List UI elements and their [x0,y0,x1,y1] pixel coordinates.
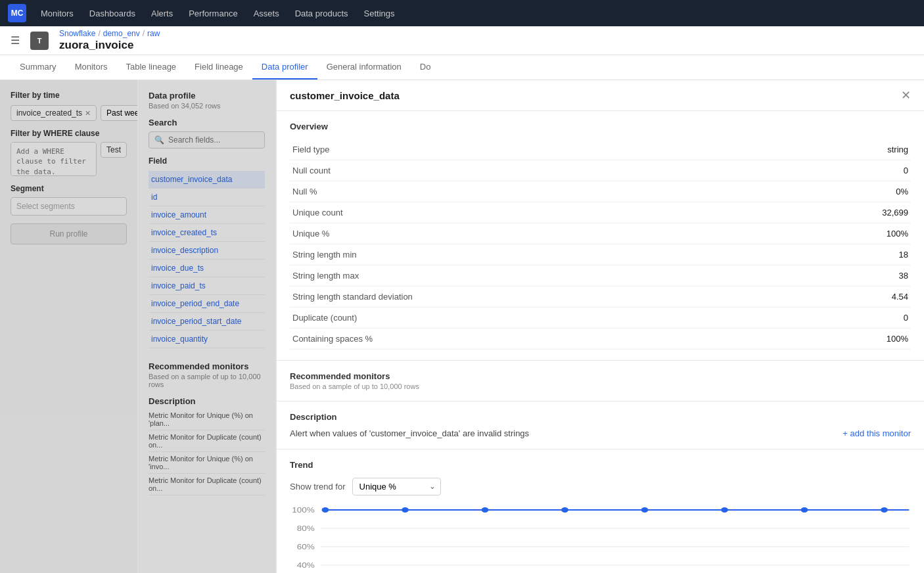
detail-header: customer_invoice_data ✕ [277,80,924,111]
mc-logo: MC [8,4,26,22]
data-profile-subtitle: Based on 34,052 rows [149,102,265,110]
stat-value-str-min: 18 [787,244,911,265]
svg-text:100%: 100% [292,507,315,515]
search-label: Search [149,118,265,127]
stat-label-null-count: Null count [290,160,787,181]
tab-field-lineage[interactable]: Field lineage [185,55,252,80]
field-list: customer_invoice_data id invoice_amount … [149,171,265,348]
trend-select[interactable]: Unique % Null % Duplicate (count) [352,478,441,495]
where-input-row: Test [11,142,127,176]
field-item-3[interactable]: invoice_created_ts [149,224,265,242]
svg-point-18 [801,507,808,513]
stat-value-dup-count: 0 [787,308,911,329]
breadcrumb: Snowflake / demo_env / raw [59,29,160,38]
filter-chip[interactable]: invoice_created_ts ✕ [11,105,97,121]
rec-monitors-section: Recommended monitors Based on a sample o… [149,361,265,495]
add-monitor-link[interactable]: + add this monitor [843,428,911,438]
filter-chip-remove[interactable]: ✕ [85,109,91,118]
stat-row-str-std: String length standard deviation 4.54 [290,286,911,308]
breadcrumb-sep-1: / [98,29,100,38]
field-item-7[interactable]: invoice_period_end_date [149,295,265,313]
run-profile-button[interactable]: Run profile [11,223,127,244]
breadcrumb-demo-env[interactable]: demo_env [103,29,140,38]
nav-monitors[interactable]: Monitors [34,6,80,21]
show-trend-for-label: Show trend for [290,482,346,492]
nav-alerts[interactable]: Alerts [145,6,179,21]
stat-row-unique-count: Unique count 32,699 [290,202,911,223]
stat-label-unique-count: Unique count [290,202,787,223]
search-input[interactable] [168,135,259,145]
description-row: Alert when values of 'customer_invoice_d… [290,428,911,438]
trend-select-wrapper: Unique % Null % Duplicate (count) [352,478,441,495]
stat-label-unique-pct: Unique % [290,223,787,244]
nav-settings[interactable]: Settings [358,6,402,21]
stat-row-field-type: Field type string [290,139,911,160]
stats-table: Field type string Null count 0 Null % 0%… [290,139,911,350]
main-layout: Filter by time invoice_created_ts ✕ Past… [0,80,924,573]
tab-general-info[interactable]: General information [317,55,411,80]
field-item-9[interactable]: invoice_quantity [149,331,265,348]
nav-performance[interactable]: Performance [182,6,244,21]
rec-monitor-1: Metric Monitor for Duplicate (count) on.… [149,430,265,452]
field-item-0[interactable]: customer_invoice_data [149,171,265,189]
overview-label: Overview [290,122,911,131]
field-item-4[interactable]: invoice_description [149,242,265,260]
hamburger-icon[interactable]: ☰ [11,34,20,47]
test-button[interactable]: Test [101,142,127,158]
segment-select[interactable]: Select segments [11,197,127,216]
field-item-6[interactable]: invoice_paid_ts [149,277,265,295]
top-nav: MC Monitors Dashboards Alerts Performanc… [0,0,924,26]
rec-monitors-panel-title: Recommended monitors [290,371,911,381]
stat-row-unique-pct: Unique % 100% [290,223,911,244]
tab-monitors[interactable]: Monitors [66,55,117,80]
field-item-2[interactable]: invoice_amount [149,206,265,224]
tab-summary[interactable]: Summary [11,55,66,80]
stat-label-dup-count: Duplicate (count) [290,308,787,329]
svg-point-16 [641,507,649,513]
field-item-5[interactable]: invoice_due_ts [149,260,265,277]
avatar: T [30,32,49,50]
tab-table-lineage[interactable]: Table lineage [116,55,185,80]
stat-value-unique-count: 32,699 [787,202,911,223]
breadcrumb-snowflake[interactable]: Snowflake [59,29,95,38]
svg-point-13 [402,507,409,513]
stat-label-null-pct: Null % [290,181,787,202]
segment-label: Segment [11,184,127,193]
where-clause-input[interactable] [11,142,97,176]
field-item-1[interactable]: id [149,189,265,206]
second-nav: ☰ T Snowflake / demo_env / raw zuora_inv… [0,26,924,55]
tabs-bar: Summary Monitors Table lineage Field lin… [0,55,924,80]
tab-do[interactable]: Do [411,55,440,80]
trend-label: Trend [290,460,911,470]
rec-monitor-3: Metric Monitor for Duplicate (count) on.… [149,474,265,495]
breadcrumb-raw[interactable]: raw [147,29,160,38]
filter-by-time-label: Filter by time [11,91,127,100]
filter-chip-text: invoice_created_ts [16,108,82,118]
where-clause-label: Filter by WHERE clause [11,129,127,138]
stat-value-str-max: 38 [787,265,911,286]
stat-value-unique-pct: 100% [787,223,911,244]
field-item-8[interactable]: invoice_period_start_date [149,313,265,331]
rec-monitors-panel: Recommended monitors Based on a sample o… [277,361,924,401]
detail-title: customer_invoice_data [290,90,400,101]
trend-section: Trend Show trend for Unique % Null % Dup… [277,449,924,573]
time-range-select[interactable]: Past week [101,105,138,121]
nav-assets[interactable]: Assets [247,6,286,21]
close-button[interactable]: ✕ [901,89,911,101]
stat-value-spaces-pct: 100% [787,329,911,350]
nav-dashboards[interactable]: Dashboards [83,6,142,21]
description-label: Description [290,412,911,422]
data-profile-title: Data profile [149,91,265,101]
stat-label-str-std: String length standard deviation [290,286,787,308]
nav-data-products[interactable]: Data products [289,6,355,21]
stat-row-spaces-pct: Containing spaces % 100% [290,329,911,350]
stat-label-field-type: Field type [290,139,787,160]
stat-value-field-type: string [787,139,911,160]
left-panel: Filter by time invoice_created_ts ✕ Past… [0,80,138,573]
rec-monitors-panel-sub: Based on a sample of up to 10,000 rows [290,382,911,390]
tab-data-profiler[interactable]: Data profiler [252,55,317,80]
middle-panel: Data profile Based on 34,052 rows Search… [138,80,276,573]
breadcrumb-sep-2: / [143,29,145,38]
filter-row: invoice_created_ts ✕ Past week [11,105,127,121]
stat-label-spaces-pct: Containing spaces % [290,329,787,350]
